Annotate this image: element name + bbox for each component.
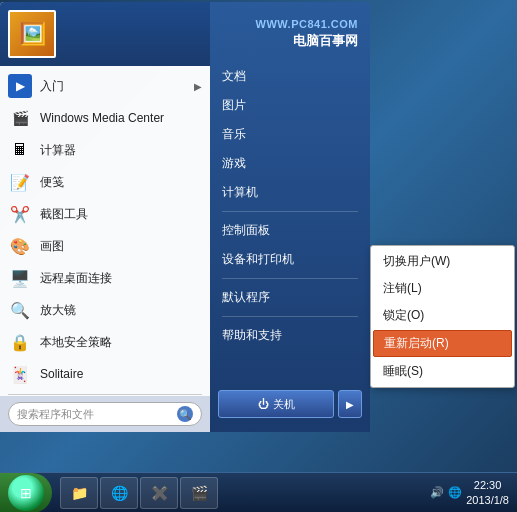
intro-icon: ▶ xyxy=(8,74,32,98)
signout-label: 注销(L) xyxy=(383,280,422,297)
devices-label: 设备和打印机 xyxy=(222,251,294,268)
snip-label: 截图工具 xyxy=(40,206,202,223)
folder-icon: 📁 xyxy=(69,483,89,503)
start-orb: ⊞ xyxy=(8,475,44,511)
rdp-label: 远程桌面连接 xyxy=(40,270,202,287)
right-item-help[interactable]: 帮助和支持 xyxy=(210,321,370,350)
start-menu-list: ▶ 入门 ▶ 🎬 Windows Media Center 🖩 计算器 📝 xyxy=(0,66,210,396)
menu-item-paint[interactable]: 🎨 画图 xyxy=(0,230,210,262)
tray-network-icon[interactable]: 🌐 xyxy=(448,486,462,499)
taskbar: ⊞ 📁 🌐 ✖️ 🎬 🔊 🌐 22:30 2013/1/8 xyxy=(0,472,517,512)
wmc-label: Windows Media Center xyxy=(40,111,202,125)
right-item-devices[interactable]: 设备和打印机 xyxy=(210,245,370,274)
media-icon: 🎬 xyxy=(189,483,209,503)
right-item-pictures[interactable]: 图片 xyxy=(210,91,370,120)
computer-label: 计算机 xyxy=(222,184,258,201)
user-avatar: 🖼️ xyxy=(8,10,56,58)
submenu-lock[interactable]: 锁定(O) xyxy=(371,302,514,329)
ie-icon: 🌐 xyxy=(109,483,129,503)
arrow-icon: ▶ xyxy=(346,399,354,410)
magnify-label: 放大镜 xyxy=(40,302,202,319)
submenu-switch-user[interactable]: 切换用户(W) xyxy=(371,248,514,275)
snip-icon: ✂️ xyxy=(8,202,32,226)
intro-label: 入门 xyxy=(40,78,186,95)
calc-label: 计算器 xyxy=(40,142,202,159)
right-item-computer[interactable]: 计算机 xyxy=(210,178,370,207)
pictures-label: 图片 xyxy=(222,97,246,114)
documents-label: 文档 xyxy=(222,68,246,85)
help-label: 帮助和支持 xyxy=(222,327,282,344)
menu-item-snip[interactable]: ✂️ 截图工具 xyxy=(0,198,210,230)
brand-name: 电脑百事网 xyxy=(222,32,358,50)
right-item-music[interactable]: 音乐 xyxy=(210,120,370,149)
defaults-label: 默认程序 xyxy=(222,289,270,306)
shutdown-button[interactable]: ⏻ 关机 xyxy=(218,390,334,418)
right-item-games[interactable]: 游戏 xyxy=(210,149,370,178)
tray-sound-icon[interactable]: 🔊 xyxy=(430,486,444,499)
calc-icon: 🖩 xyxy=(8,138,32,162)
rdp-icon: 🖥️ xyxy=(8,266,32,290)
paint-label: 画图 xyxy=(40,238,202,255)
shutdown-label: 关机 xyxy=(273,397,295,412)
sleep-label: 睡眠(S) xyxy=(383,363,423,380)
menu-item-solitaire[interactable]: 🃏 Solitaire xyxy=(0,358,210,390)
solitaire-icon: 🃏 xyxy=(8,362,32,386)
clock-date: 2013/1/8 xyxy=(466,493,509,507)
submenu-sleep[interactable]: 睡眠(S) xyxy=(371,358,514,385)
secpol-label: 本地安全策略 xyxy=(40,334,202,351)
submenu-restart[interactable]: 重新启动(R) xyxy=(373,330,512,357)
right-item-defaults[interactable]: 默认程序 xyxy=(210,283,370,312)
intro-arrow: ▶ xyxy=(194,81,202,92)
menu-item-notes[interactable]: 📝 便笺 xyxy=(0,166,210,198)
switch-user-label: 切换用户(W) xyxy=(383,253,450,270)
taskbar-item-media[interactable]: 🎬 xyxy=(180,477,218,509)
start-menu-top: 🖼️ xyxy=(0,2,210,66)
windows-logo: ⊞ xyxy=(20,485,32,501)
menu-item-intro[interactable]: ▶ 入门 ▶ xyxy=(0,70,210,102)
menu-item-rdp[interactable]: 🖥️ 远程桌面连接 xyxy=(0,262,210,294)
start-menu-left: 🖼️ ▶ 入门 ▶ 🎬 Windows Media Center 🖩 计 xyxy=(0,2,210,432)
taskbar-tray: 🔊 🌐 22:30 2013/1/8 xyxy=(422,473,517,512)
menu-item-secpol[interactable]: 🔒 本地安全策略 xyxy=(0,326,210,358)
desktop: 🖼️ ▶ 入门 ▶ 🎬 Windows Media Center 🖩 计 xyxy=(0,0,517,512)
menu-item-wmc[interactable]: 🎬 Windows Media Center xyxy=(0,102,210,134)
right-item-documents[interactable]: 文档 xyxy=(210,62,370,91)
power-icon: ⏻ xyxy=(258,398,269,410)
shutdown-row: ⏻ 关机 ▶ 切换用户(W) 注销(L) xyxy=(210,384,370,424)
search-icon: 🔍 xyxy=(179,409,191,420)
taskbar-item-ie[interactable]: 🌐 xyxy=(100,477,138,509)
right-item-control[interactable]: 控制面板 xyxy=(210,216,370,245)
right-separator-2 xyxy=(222,278,358,279)
shutdown-arrow-button[interactable]: ▶ xyxy=(338,390,362,418)
desktop-content: 🖼️ ▶ 入门 ▶ 🎬 Windows Media Center 🖩 计 xyxy=(0,0,517,472)
notes-icon: 📝 xyxy=(8,170,32,194)
winamp-icon: ✖️ xyxy=(149,483,169,503)
magnify-icon: 🔍 xyxy=(8,298,32,322)
start-button[interactable]: ⊞ xyxy=(0,473,52,513)
taskbar-item-winamp[interactable]: ✖️ xyxy=(140,477,178,509)
shutdown-submenu: 切换用户(W) 注销(L) 锁定(O) 重新启动(R) 睡眠(S) xyxy=(370,245,515,388)
brand-area: WWW.PC841.COM 电脑百事网 xyxy=(210,10,370,62)
solitaire-label: Solitaire xyxy=(40,367,202,381)
brand-url: WWW.PC841.COM xyxy=(222,18,358,30)
search-box[interactable]: 搜索程序和文件 🔍 xyxy=(8,402,202,426)
start-menu: 🖼️ ▶ 入门 ▶ 🎬 Windows Media Center 🖩 计 xyxy=(0,2,370,432)
menu-item-magnify[interactable]: 🔍 放大镜 xyxy=(0,294,210,326)
search-button[interactable]: 🔍 xyxy=(177,406,193,422)
clock: 22:30 2013/1/8 xyxy=(466,478,509,507)
wmc-icon: 🎬 xyxy=(8,106,32,130)
taskbar-item-folder[interactable]: 📁 xyxy=(60,477,98,509)
restart-label: 重新启动(R) xyxy=(384,335,449,352)
secpol-icon: 🔒 xyxy=(8,330,32,354)
paint-icon: 🎨 xyxy=(8,234,32,258)
search-area: 搜索程序和文件 🔍 xyxy=(0,396,210,432)
clock-time: 22:30 xyxy=(466,478,509,492)
games-label: 游戏 xyxy=(222,155,246,172)
right-separator-3 xyxy=(222,316,358,317)
menu-item-calc[interactable]: 🖩 计算器 xyxy=(0,134,210,166)
control-label: 控制面板 xyxy=(222,222,270,239)
submenu-signout[interactable]: 注销(L) xyxy=(371,275,514,302)
menu-separator xyxy=(8,394,202,395)
start-menu-right: WWW.PC841.COM 电脑百事网 文档 图片 音乐 游戏 计算机 xyxy=(210,2,370,432)
search-placeholder: 搜索程序和文件 xyxy=(17,407,94,422)
